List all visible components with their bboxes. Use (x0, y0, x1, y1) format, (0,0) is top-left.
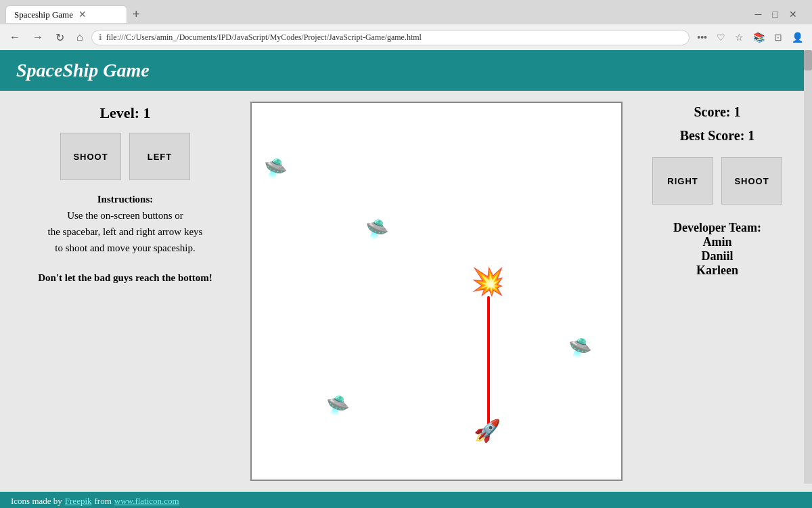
app-title: SpaceShip Game (16, 60, 150, 81)
player-rocket: 🚀 (474, 418, 501, 444)
score-display: Score: 1 (694, 104, 740, 120)
ufo-4: 🛸 (326, 394, 350, 417)
refresh-button[interactable]: ↻ (51, 28, 68, 47)
bookmark-icon[interactable]: ♡ (713, 30, 729, 45)
ufo-3: 🛸 (568, 337, 592, 359)
dev-team-title: Developer Team: (673, 221, 761, 235)
star-icon[interactable]: ☆ (731, 30, 747, 45)
shoot-button-right[interactable]: SHOOT (721, 157, 782, 205)
address-bar[interactable]: ℹ file:///C:/Users/amin_/Documents/IPD/J… (91, 30, 690, 45)
shoot-button-left[interactable]: SHOOT (60, 133, 121, 180)
scrollbar[interactable] (804, 50, 812, 484)
forward-button[interactable]: → (28, 28, 47, 46)
dev-team-block: Developer Team: Amin Daniil Karleen (673, 221, 761, 278)
right-button[interactable]: RIGHT (652, 157, 713, 205)
library-icon[interactable]: 📚 (750, 30, 768, 45)
close-button[interactable]: ✕ (785, 7, 801, 21)
right-panel: Score: 1 Best Score: 1 RIGHT SHOOT Devel… (623, 91, 812, 492)
freepik-link[interactable]: Freepik (65, 496, 92, 507)
control-buttons-left: SHOOT LEFT (60, 133, 190, 180)
footer: Icons made by Freepik from www.flaticon.… (0, 492, 812, 508)
instructions-block: Instructions: Use the on-screen buttons … (48, 191, 203, 256)
flaticon-link[interactable]: www.flaticon.com (114, 496, 179, 507)
url-text: file:///C:/Users/amin_/Documents/IPD/Jav… (106, 33, 683, 43)
left-button[interactable]: LEFT (129, 133, 190, 180)
ufo-1: 🛸 (264, 157, 288, 179)
scrollbar-thumb[interactable] (804, 50, 812, 70)
more-button[interactable]: ••• (694, 30, 710, 45)
control-buttons-right: RIGHT SHOOT (652, 157, 782, 205)
footer-text: Icons made by (11, 496, 62, 507)
explosion: 💥 (471, 266, 505, 297)
ufo-2: 🛸 (365, 218, 389, 240)
best-score-display: Best Score: 1 (680, 128, 755, 144)
new-tab-button[interactable]: + (127, 7, 145, 22)
instructions-title: Instructions: (48, 191, 203, 207)
browser-tab[interactable]: Spaceship Game ✕ (5, 5, 127, 23)
back-button[interactable]: ← (5, 28, 24, 46)
dev-name-2: Daniil (673, 249, 761, 263)
footer-from: from (95, 496, 112, 507)
tab-close-icon[interactable]: ✕ (78, 9, 87, 20)
tab-title: Spaceship Game (14, 9, 73, 20)
dev-name-3: Karleen (673, 263, 761, 278)
left-panel: Level: 1 SHOOT LEFT Instructions: Use th… (0, 91, 250, 492)
tab-sync-icon[interactable]: ⊡ (771, 30, 786, 45)
bullet (487, 296, 490, 425)
maximize-button[interactable]: □ (769, 7, 782, 21)
warning-text: Don't let the bad guys reach the bottom! (38, 272, 212, 284)
level-display: Level: 1 (99, 104, 150, 122)
dev-name-1: Amin (673, 235, 761, 249)
profile-icon[interactable]: 👤 (788, 30, 807, 45)
app-header: SpaceShip Game (0, 50, 812, 91)
game-canvas: 🛸 🛸 🛸 🛸 💥 🚀 (250, 102, 623, 481)
instructions-body: Use the on-screen buttons or the spaceba… (48, 207, 203, 256)
minimize-button[interactable]: ─ (751, 7, 766, 21)
home-button[interactable]: ⌂ (72, 28, 87, 46)
lock-icon: ℹ (99, 33, 102, 43)
